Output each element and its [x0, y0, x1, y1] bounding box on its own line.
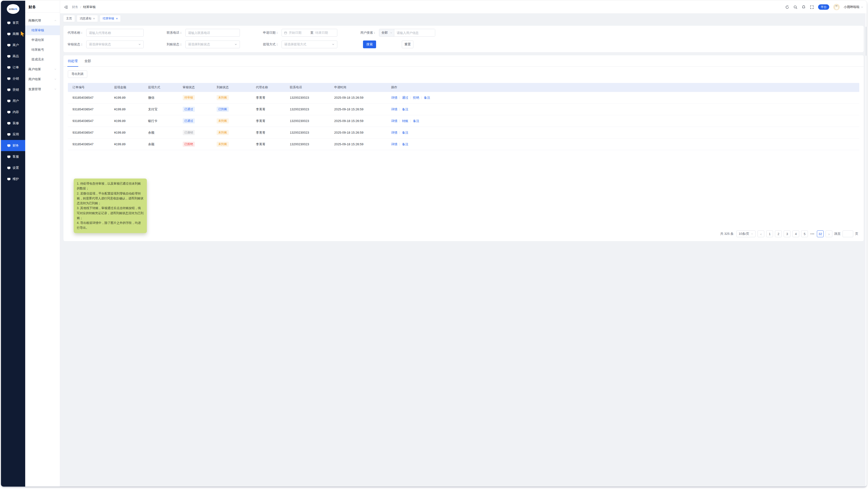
action-detail[interactable]: 详情	[391, 131, 397, 135]
cell-order-no: 931854036547	[72, 96, 114, 99]
col-actions: 操作	[391, 85, 434, 89]
action-remark[interactable]: 备注	[402, 142, 408, 146]
search-button[interactable]: 搜索	[363, 40, 376, 48]
action-detail[interactable]: 详情	[391, 107, 397, 112]
cell-apply-time: 2025-09-18 15:26:59	[334, 142, 391, 146]
arrival-status-badge: 未到账	[217, 130, 229, 135]
submenu-group-invoice[interactable]: 发票管理	[25, 84, 60, 94]
phone-input[interactable]	[185, 29, 240, 37]
monitor-icon	[7, 99, 11, 103]
row-actions: 详情 通过 拒绝 备注	[391, 95, 434, 100]
sidebar-item-decoration[interactable]: 装修	[1, 118, 25, 129]
action-detail[interactable]: 详情	[391, 142, 397, 146]
date-range-picker[interactable]: 开始日期 至 结束日期	[282, 29, 337, 37]
submenu-item-settlement-account[interactable]: 结算账号	[25, 45, 60, 55]
sidebar-item-marketing[interactable]: 营销	[1, 84, 25, 95]
collapse-sidebar-icon[interactable]	[64, 5, 68, 9]
tab-pending[interactable]: 待处理	[68, 59, 78, 66]
audit-status-badge: 已通过	[183, 118, 195, 123]
end-date-placeholder[interactable]: 结束日期	[315, 31, 335, 35]
arrival-status-badge: 已到账	[217, 107, 229, 112]
calendar-icon	[284, 31, 287, 34]
submenu-item-commission-flow[interactable]: 提成流水	[25, 55, 60, 64]
audit-status-select[interactable]: 请选择审核状态	[86, 40, 144, 48]
sidebar-item-goods[interactable]: 商品	[1, 51, 25, 62]
start-date-placeholder[interactable]: 开始日期	[289, 31, 308, 35]
cell-apply-time: 2025-09-18 15:26:59	[334, 131, 391, 134]
action-transfer[interactable]: 转账	[402, 119, 408, 123]
arrival-status-label: 到账状态：	[165, 42, 183, 47]
withdraw-type-label: 提现方式：	[261, 42, 279, 47]
submenu-group-agent[interactable]: 商圈代理	[25, 16, 60, 26]
action-remark[interactable]: 备注	[402, 131, 408, 135]
sidebar-item-merchant[interactable]: 商户	[1, 39, 25, 51]
cell-phone: 13200230023	[290, 119, 334, 123]
sidebar-item-users[interactable]: 用户	[1, 95, 25, 107]
withdraw-type-select[interactable]: 请选择提现方式	[282, 40, 337, 48]
topbar: 财务 / 结算审核 平台 小雨哗啦啦	[60, 1, 434, 13]
cell-order-no: 931854036547	[72, 108, 114, 111]
reset-button[interactable]: 重置	[402, 40, 413, 48]
chip-home[interactable]: 主页	[63, 15, 74, 22]
sidebar-item-orders[interactable]: 订单	[1, 62, 25, 73]
col-phone: 联系电话	[290, 85, 334, 89]
sidebar-item-home[interactable]: 首页	[1, 17, 25, 28]
export-list-button[interactable]: 导出列表	[68, 70, 87, 78]
field-agent-name: 代理名称：	[66, 29, 144, 37]
arrival-status-select[interactable]: 请选择到账状态	[185, 40, 240, 48]
action-approve[interactable]: 通过	[402, 95, 408, 100]
chevron-up-icon	[54, 19, 57, 22]
action-remark[interactable]: 备注	[413, 119, 419, 123]
action-detail[interactable]: 详情	[391, 95, 397, 100]
table-row: 931854036547 ¥199.89 余额 已撤销 未到账 李菁菁 1320…	[68, 127, 434, 139]
col-agent: 代理名称	[256, 85, 290, 89]
submenu-group-user-settlement[interactable]: 用户结算	[25, 74, 60, 84]
monitor-icon	[7, 88, 11, 92]
submenu-group-merchant-settlement[interactable]: 商户结算	[25, 64, 60, 74]
action-reject[interactable]: 拒绝	[413, 95, 419, 100]
arrival-status-badge: 未到账	[217, 142, 229, 147]
sidebar-item-apps[interactable]: 应用	[1, 129, 25, 140]
close-icon[interactable]: ×	[116, 17, 118, 20]
sidebar-item-finance[interactable]: 财务	[1, 140, 25, 151]
content-area: 主页 消息通知 × 结算审核 × 代理名称：	[60, 13, 434, 244]
arrival-status-badge: 未到账	[217, 95, 229, 100]
chip-notifications[interactable]: 消息通知 ×	[77, 15, 98, 22]
chevron-down-icon	[332, 43, 335, 46]
col-amount: 提现金额	[114, 85, 148, 89]
user-search-type-select[interactable]: 全部	[379, 29, 394, 36]
agent-name-input[interactable]	[86, 29, 144, 37]
crmeb-logo[interactable]: crmeb	[7, 4, 20, 14]
submenu-item-settlement-audit[interactable]: 结算审核	[25, 26, 60, 35]
divider	[400, 143, 400, 146]
cell-phone: 13200230023	[290, 142, 334, 146]
sidebar-item-service[interactable]: 客服	[1, 151, 25, 162]
chip-settlement-audit[interactable]: 结算审核 ×	[100, 15, 121, 22]
user-search-input[interactable]	[394, 29, 434, 36]
divider	[400, 120, 400, 122]
sidebar-item-content[interactable]: 内容	[1, 107, 25, 118]
chevron-down-icon	[234, 43, 237, 46]
monitor-icon	[7, 21, 11, 25]
arrival-status-badge: 未到账	[217, 118, 229, 123]
cell-agent: 李菁菁	[256, 142, 290, 146]
submenu-item-apply-settlement[interactable]: 申请结算	[25, 35, 60, 45]
close-icon[interactable]: ×	[93, 17, 95, 20]
sidebar-item-distribution[interactable]: 分销	[1, 73, 25, 84]
field-apply-date: 申请日期： 开始日期 至 结束日期	[261, 29, 337, 37]
chevron-down-icon	[54, 88, 57, 90]
audit-status-badge: 已通过	[183, 107, 195, 112]
audit-status-badge: 待审核	[183, 95, 195, 100]
action-remark[interactable]: 备注	[402, 107, 408, 112]
action-remark[interactable]: 备注	[424, 95, 430, 100]
sidebar-item-settings[interactable]: 设置	[1, 162, 25, 173]
col-arrival-status: 到账状态	[217, 85, 256, 89]
breadcrumb-parent[interactable]: 财务	[72, 5, 78, 9]
sidebar-item-maintenance[interactable]: 维护	[1, 173, 25, 184]
action-detail[interactable]: 详情	[391, 119, 397, 123]
cell-apply-time: 2025-09-18 15:26:59	[334, 119, 391, 123]
tab-all[interactable]: 全部	[85, 59, 91, 66]
chevron-down-icon	[138, 43, 141, 46]
cell-amount: ¥199.89	[114, 142, 148, 146]
logo-text: crm	[9, 7, 14, 10]
